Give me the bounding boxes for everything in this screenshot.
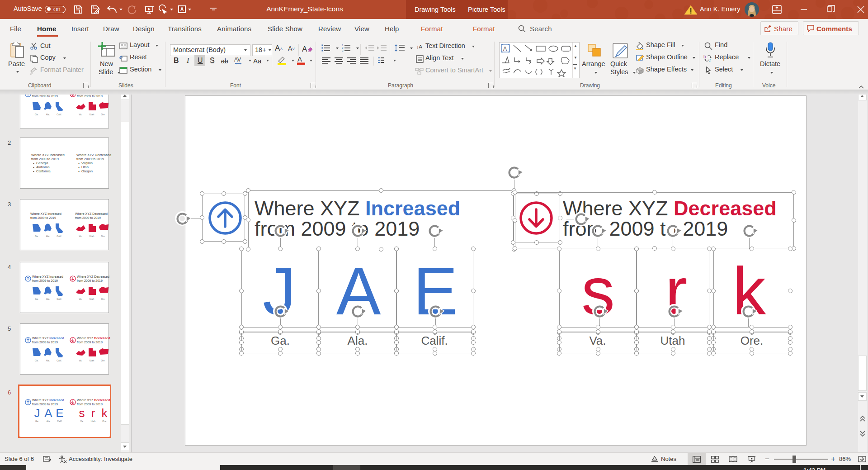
svg-text:↓A: ↓A [416,44,423,49]
svg-text:A: A [503,46,507,52]
svg-text:AV: AV [234,57,241,63]
svg-text:c: c [708,57,711,62]
svg-text:3: 3 [342,49,344,52]
svg-text:A: A [302,45,307,53]
svg-text:A: A [297,55,302,63]
